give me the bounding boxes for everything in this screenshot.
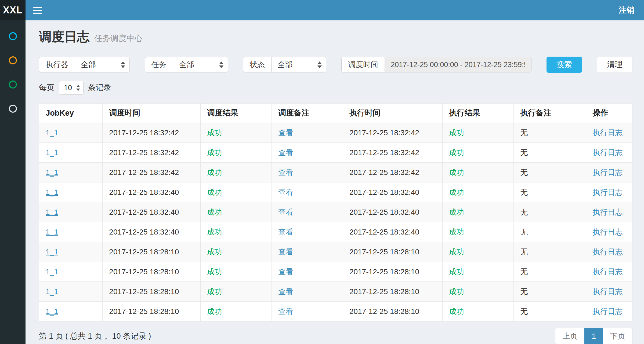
clear-button[interactable]: 清理 bbox=[597, 57, 632, 73]
select-arrows-icon bbox=[121, 61, 125, 68]
execution-log-link[interactable]: 执行日志 bbox=[593, 268, 623, 276]
handle-result-cell: 成功 bbox=[449, 208, 464, 216]
execution-log-link[interactable]: 执行日志 bbox=[593, 208, 623, 216]
top-navbar: XXL 注销 bbox=[0, 0, 644, 20]
handle-time-cell: 2017-12-25 18:28:10 bbox=[349, 307, 419, 316]
executor-select[interactable]: 全部 bbox=[75, 57, 130, 72]
handle-time-cell: 2017-12-25 18:28:10 bbox=[349, 287, 419, 296]
job-select[interactable]: 全部 bbox=[173, 57, 228, 72]
trigger-msg-link[interactable]: 查看 bbox=[278, 129, 293, 137]
job-key-link[interactable]: 1_1 bbox=[46, 228, 58, 236]
handle-msg-cell: 无 bbox=[520, 208, 528, 216]
job-key-link[interactable]: 1_1 bbox=[46, 248, 58, 256]
table-row: 1_1 2017-12-25 18:28:10 成功 查看 2017-12-25… bbox=[39, 302, 632, 321]
search-button[interactable]: 搜索 bbox=[547, 57, 582, 73]
hamburger-icon bbox=[33, 7, 42, 8]
executor-filter-group: 执行器 全部 bbox=[39, 57, 130, 72]
handle-result-cell: 成功 bbox=[449, 129, 464, 137]
trigger-result-cell: 成功 bbox=[207, 188, 222, 196]
handle-time-cell: 2017-12-25 18:32:40 bbox=[349, 228, 419, 236]
job-key-link[interactable]: 1_1 bbox=[46, 129, 58, 137]
handle-msg-cell: 无 bbox=[520, 248, 528, 256]
status-filter-group: 状态 全部 bbox=[243, 57, 326, 72]
handle-msg-cell: 无 bbox=[520, 168, 528, 177]
header-trigger-result: 调度结果 bbox=[200, 104, 272, 123]
trigger-msg-link[interactable]: 查看 bbox=[278, 148, 293, 157]
page-size-select[interactable]: 10 bbox=[59, 81, 84, 95]
handle-result-cell: 成功 bbox=[449, 287, 464, 296]
execution-log-link[interactable]: 执行日志 bbox=[593, 307, 623, 316]
trigger-time-cell: 2017-12-25 18:32:42 bbox=[109, 148, 179, 157]
trigger-result-cell: 成功 bbox=[207, 268, 222, 276]
handle-result-cell: 成功 bbox=[449, 268, 464, 276]
sidebar-toggle-button[interactable] bbox=[33, 4, 45, 16]
execution-log-link[interactable]: 执行日志 bbox=[593, 168, 623, 177]
handle-time-cell: 2017-12-25 18:32:42 bbox=[349, 168, 419, 177]
executor-select-value: 全部 bbox=[81, 60, 96, 70]
executor-label: 执行器 bbox=[39, 57, 75, 72]
navbar-main: 注销 bbox=[26, 0, 644, 20]
page-size-row: 每页 10 条记录 bbox=[39, 81, 632, 95]
execution-log-link[interactable]: 执行日志 bbox=[593, 228, 623, 236]
job-label: 任务 bbox=[145, 57, 173, 72]
prev-page-button[interactable]: 上页 bbox=[555, 328, 585, 344]
handle-result-cell: 成功 bbox=[449, 168, 464, 177]
sidebar-item-2[interactable] bbox=[0, 56, 26, 65]
execution-log-link[interactable]: 执行日志 bbox=[593, 148, 623, 157]
job-key-link[interactable]: 1_1 bbox=[46, 307, 58, 316]
header-handle-result: 执行结果 bbox=[443, 104, 514, 123]
execution-log-link[interactable]: 执行日志 bbox=[593, 287, 623, 296]
handle-time-cell: 2017-12-25 18:32:42 bbox=[349, 148, 419, 157]
job-key-link[interactable]: 1_1 bbox=[46, 168, 58, 177]
sidebar-item-1[interactable] bbox=[0, 32, 26, 41]
header-handle-msg: 执行备注 bbox=[514, 104, 586, 123]
sidebar-item-3[interactable] bbox=[0, 80, 26, 89]
status-select[interactable]: 全部 bbox=[271, 57, 326, 72]
select-arrows-icon bbox=[219, 61, 223, 68]
job-key-link[interactable]: 1_1 bbox=[46, 268, 58, 276]
trigger-time-input[interactable] bbox=[385, 57, 531, 72]
table-footer: 第 1 页 ( 总共 1 页， 10 条记录 ) 上页 1 下页 bbox=[39, 328, 632, 344]
current-page-button[interactable]: 1 bbox=[584, 328, 603, 344]
page-title: 调度日志 bbox=[39, 28, 89, 45]
job-key-link[interactable]: 1_1 bbox=[46, 208, 58, 216]
header-trigger-msg: 调度备注 bbox=[272, 104, 343, 123]
next-page-button[interactable]: 下页 bbox=[603, 328, 632, 344]
table-row: 1_1 2017-12-25 18:32:40 成功 查看 2017-12-25… bbox=[39, 182, 632, 202]
trigger-msg-link[interactable]: 查看 bbox=[278, 228, 293, 236]
handle-time-cell: 2017-12-25 18:28:10 bbox=[349, 268, 419, 276]
trigger-msg-link[interactable]: 查看 bbox=[278, 287, 293, 296]
handle-msg-cell: 无 bbox=[520, 228, 528, 236]
job-key-link[interactable]: 1_1 bbox=[46, 188, 58, 196]
hamburger-icon bbox=[33, 13, 42, 14]
trigger-result-cell: 成功 bbox=[207, 248, 222, 256]
trigger-time-cell: 2017-12-25 18:32:42 bbox=[109, 168, 179, 177]
trigger-msg-link[interactable]: 查看 bbox=[278, 168, 293, 177]
job-key-link[interactable]: 1_1 bbox=[46, 148, 58, 157]
pagination: 上页 1 下页 bbox=[555, 328, 632, 344]
execution-log-link[interactable]: 执行日志 bbox=[593, 248, 623, 256]
page-size-prefix: 每页 bbox=[39, 82, 55, 93]
handle-result-cell: 成功 bbox=[449, 148, 464, 157]
status-select-value: 全部 bbox=[277, 60, 292, 70]
trigger-msg-link[interactable]: 查看 bbox=[278, 208, 293, 216]
sidebar-item-4[interactable] bbox=[0, 104, 26, 113]
handle-msg-cell: 无 bbox=[520, 268, 528, 276]
logout-link[interactable]: 注销 bbox=[619, 5, 634, 16]
table-row: 1_1 2017-12-25 18:28:10 成功 查看 2017-12-25… bbox=[39, 262, 632, 282]
main-content: 调度日志 任务调度中心 执行器 全部 任务 全部 状态 全部 调度 bbox=[26, 20, 644, 344]
job-key-link[interactable]: 1_1 bbox=[46, 287, 58, 296]
execution-log-link[interactable]: 执行日志 bbox=[593, 188, 623, 196]
trigger-time-cell: 2017-12-25 18:32:42 bbox=[109, 129, 179, 137]
execution-log-link[interactable]: 执行日志 bbox=[593, 129, 623, 137]
page-size-value: 10 bbox=[64, 84, 72, 92]
trigger-msg-link[interactable]: 查看 bbox=[278, 307, 293, 316]
table-row: 1_1 2017-12-25 18:28:10 成功 查看 2017-12-25… bbox=[39, 242, 632, 262]
trigger-msg-link[interactable]: 查看 bbox=[278, 268, 293, 276]
handle-msg-cell: 无 bbox=[520, 148, 528, 157]
trigger-result-cell: 成功 bbox=[207, 129, 222, 137]
page-size-suffix: 条记录 bbox=[88, 82, 111, 93]
filter-bar: 执行器 全部 任务 全部 状态 全部 调度时间 搜索 清理 bbox=[39, 57, 632, 73]
trigger-msg-link[interactable]: 查看 bbox=[278, 188, 293, 196]
trigger-msg-link[interactable]: 查看 bbox=[278, 248, 293, 256]
